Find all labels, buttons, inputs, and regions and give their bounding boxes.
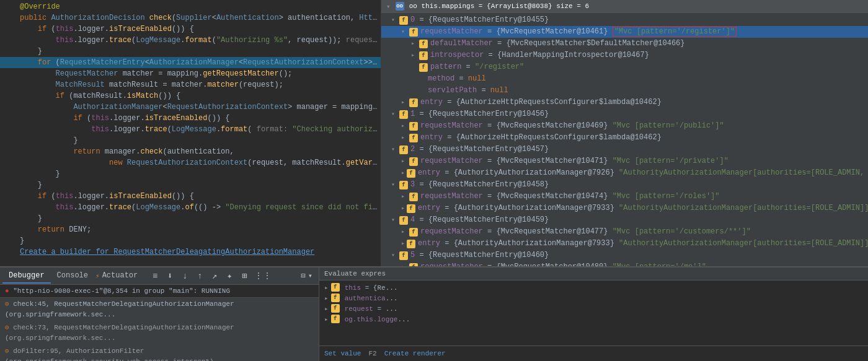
debug-item-3[interactable]: ▾ f 3 = {RequestMatcherEntry@10458}: [381, 179, 868, 191]
code-line: }: [0, 135, 381, 146]
expand-icon: ▸: [401, 202, 405, 214]
toolbar-icons: ≡ ⬇ ↓ ↑ ↗ ✦ ⊞ ⋮⋮: [149, 269, 265, 282]
stack-frame-2[interactable]: ⊙ doFilter:95, AuthorizationFilter (org.…: [0, 345, 319, 361]
icon-step-into[interactable]: ↓: [179, 270, 191, 282]
stack-frame-1-label: check:73, RequestMatcherDelegatingAuthor…: [5, 324, 234, 342]
debug-item-5[interactable]: ▾ f 5 = {RequestMatcherEntry@10460}: [381, 250, 868, 261]
debug-item-entry-0[interactable]: ▸ f entry = {AuthorizeHttpRequestsConfig…: [381, 97, 868, 108]
eval-item-2: ▸ f request = ...: [324, 304, 863, 314]
debug-item-requestmatcher-4[interactable]: ▸ f requestMatcher = {MvcRequestMatcher@…: [381, 226, 868, 238]
field-icon: f: [409, 122, 418, 131]
field-icon: f: [407, 169, 415, 178]
icon-step-over[interactable]: ⬇: [164, 269, 176, 282]
debug-item-entry-4[interactable]: ▸ f entry = {AuthorityAuthorizationManag…: [381, 238, 868, 250]
field-icon: f: [409, 98, 418, 107]
bottom-left-panel: Debugger Console ⚡ Actuator ≡ ⬇ ↓ ↑ ↗ ✦ …: [0, 267, 319, 361]
filter-button[interactable]: ⊟ ▾: [301, 271, 316, 281]
field-icon: f: [409, 228, 418, 237]
expand-icon: ▸: [401, 226, 407, 238]
expand-icon: ▾: [391, 250, 397, 261]
code-line: public AuthorizationDecision check(Suppl…: [0, 12, 381, 24]
debug-item-requestmatcher-2[interactable]: ▸ f requestMatcher = {MvcRequestMatcher@…: [381, 155, 868, 167]
stack-frame-0-label: check:45, RequestMatcherDelegatingAuthor…: [5, 300, 234, 318]
breakpoint-icon: ●: [5, 287, 9, 295]
debug-item-defaultmatcher[interactable]: ▸ f defaultMatcher = {MvcRequestMatcher$…: [381, 38, 868, 50]
eval-text-3: og.this.logge...: [345, 315, 410, 324]
expand-icon: ▾: [401, 26, 407, 38]
code-line: }: [0, 213, 381, 224]
tab-actuator[interactable]: Actuator: [101, 269, 144, 284]
field-icon: f: [399, 181, 408, 189]
icon-grid[interactable]: ⊞: [238, 269, 250, 282]
expand-icon: ▾: [391, 179, 397, 191]
create-renderer-link[interactable]: Create renderer: [384, 350, 446, 357]
field-icon: f: [399, 16, 408, 25]
eval-arrow-0: ▸: [324, 283, 329, 293]
tab-debugger[interactable]: Debugger: [2, 269, 51, 284]
code-line: }: [0, 168, 381, 180]
debug-panel-header: ▾ oo oo this.mappings = {ArrayList@8038}…: [381, 0, 868, 13]
code-panel: @Override public AuthorizationDecision c…: [0, 0, 381, 266]
debug-item-2[interactable]: ▾ f 2 = {RequestMatcherEntry@10457}: [381, 144, 868, 155]
stack-frame-1[interactable]: ⊙ check:73, RequestMatcherDelegatingAuth…: [0, 321, 319, 345]
debug-item-servletpath[interactable]: ▸ servletPath = null: [381, 85, 868, 97]
evaluate-content: ▸ f this = {Re... ▸ f authentica... ▸ f …: [319, 281, 868, 346]
field-icon-blue: oo: [396, 2, 404, 11]
evaluate-header: Evaluate expres: [319, 267, 868, 281]
evaluate-items: ▸ f this = {Re... ▸ f authentica... ▸ f …: [324, 283, 863, 324]
icon-more[interactable]: ⋮⋮: [253, 269, 265, 282]
debug-item-1[interactable]: ▾ f 1 = {RequestMatcherEntry@10456}: [381, 108, 868, 120]
debug-item-entry-1[interactable]: ▸ f entry = {AuthorizeHttpRequestsConfig…: [381, 132, 868, 144]
expand-icon: ▸: [401, 132, 407, 144]
eval-item-3: ▸ f og.this.logge...: [324, 315, 863, 324]
debugger-variables-panel: ▾ oo oo this.mappings = {ArrayList@8038}…: [381, 0, 868, 266]
stack-frame-2-label: doFilter:95, AuthorizationFilter (org.sp…: [5, 347, 214, 361]
debug-item-requestmatcher-3[interactable]: ▸ f requestMatcher = {MvcRequestMatcher@…: [381, 191, 868, 202]
debug-item-requestmatcher-1[interactable]: ▸ f requestMatcher = {MvcRequestMatcher@…: [381, 120, 868, 132]
expand-icon: ▸: [401, 97, 407, 108]
icon-step-out[interactable]: ↑: [193, 270, 206, 282]
eval-text-2: request = ...: [345, 304, 398, 314]
field-icon: f: [399, 216, 408, 225]
field-icon: f: [399, 251, 408, 260]
eval-field-icon-1: f: [331, 294, 340, 302]
code-line: Create a builder for RequestMatcherDelea…: [0, 246, 381, 258]
code-line: this.logger.trace(LogMessage.format( for…: [0, 124, 381, 135]
debug-item-pattern[interactable]: ▸ f pattern = "/register": [381, 61, 868, 73]
code-line: this.logger.trace(LogMessage.of(() -> "D…: [0, 202, 381, 213]
icon-list[interactable]: ≡: [149, 270, 161, 282]
expand-icon: ▸: [401, 238, 405, 250]
thread-info: ● "http-nio-9080-exec-1"@8,354 in group …: [0, 285, 319, 298]
debug-item-requestmatcher-0[interactable]: ▾ f requestMatcher = {MvcRequestMatcher@…: [381, 26, 868, 38]
debug-item-method[interactable]: ▸ method = null: [381, 73, 868, 85]
expand-icon: ▾: [391, 144, 397, 155]
thread-label: "http-nio-9080-exec-1"@8,354 in group "m…: [13, 287, 230, 295]
eval-field-icon-2: f: [331, 304, 340, 313]
expand-icon: ▸: [411, 50, 417, 61]
mvc-pattern-register: "Mvc [pattern='/register']": [613, 27, 737, 37]
expand-icon: ▸: [401, 261, 407, 266]
set-value-link[interactable]: Set value: [324, 350, 361, 357]
code-line: if (matchResult.isMatch()) {: [0, 90, 381, 102]
debug-item-requestmatcher-5[interactable]: ▸ f requestMatcher = {MvcRequestMatcher@…: [381, 261, 868, 266]
eval-arrow-1: ▸: [324, 294, 329, 303]
icon-evaluate[interactable]: ✦: [223, 269, 236, 282]
eval-text-0: this = {Re...: [345, 283, 398, 293]
code-line: @Override: [0, 1, 381, 12]
eval-arrow-2: ▸: [324, 304, 329, 314]
tab-console[interactable]: Console: [51, 269, 94, 284]
eval-actions: Set value F2 Create renderer: [319, 346, 868, 361]
debug-item-0[interactable]: ▾ f 0 = {RequestMatcherEntry@10455}: [381, 14, 868, 26]
debug-item-entry-3[interactable]: ▸ f entry = {AuthorityAuthorizationManag…: [381, 202, 868, 214]
filter-dropdown-icon: ▾: [308, 271, 312, 281]
field-icon: f: [409, 157, 418, 166]
code-line: if (this.logger.isTraceEnabled()) {: [0, 113, 381, 124]
main-container: @Override public AuthorizationDecision c…: [0, 0, 868, 361]
stack-frame-0[interactable]: ⊙ check:45, RequestMatcherDelegatingAuth…: [0, 298, 319, 321]
debug-item-entry-2[interactable]: ▸ f entry = {AuthorityAuthorizationManag…: [381, 167, 868, 179]
icon-run-to-cursor[interactable]: ↗: [208, 269, 221, 282]
debug-item-introspector[interactable]: ▸ f introspector = {HandlerMappingIntros…: [381, 50, 868, 61]
code-line: this.logger.trace(LogMessage.format("Aut…: [0, 35, 381, 46]
debug-item-4[interactable]: ▾ f 4 = {RequestMatcherEntry@10459}: [381, 214, 868, 226]
code-line: if (this.logger.isTraceEnabled()) {: [0, 191, 381, 202]
